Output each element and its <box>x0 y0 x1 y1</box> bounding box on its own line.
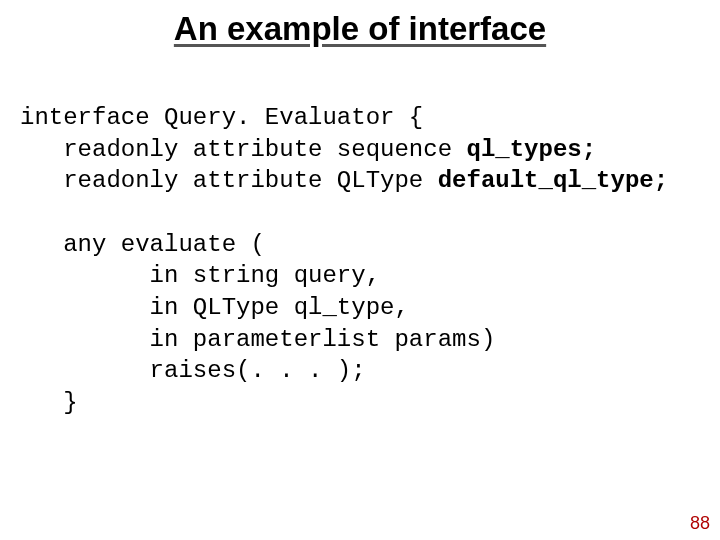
code-line-2a: readonly attribute sequence <box>20 136 466 163</box>
slide-title: An example of interface <box>0 0 720 48</box>
page-number: 88 <box>690 513 710 534</box>
code-line-5: any evaluate ( <box>20 231 265 258</box>
slide: An example of interface interface Query.… <box>0 0 720 540</box>
code-line-1: interface Query. Evaluator { <box>20 104 423 131</box>
code-line-3a: readonly attribute QLType <box>20 167 438 194</box>
code-line-3b: default_ql_type; <box>438 167 668 194</box>
code-block: interface Query. Evaluator { readonly at… <box>20 102 668 419</box>
code-line-2b: ql_types; <box>466 136 596 163</box>
code-line-8: in parameterlist params) <box>20 326 495 353</box>
code-line-7: in QLType ql_type, <box>20 294 409 321</box>
code-line-9: raises(. . . ); <box>20 357 366 384</box>
code-line-6: in string query, <box>20 262 380 289</box>
code-line-10: } <box>20 389 78 416</box>
